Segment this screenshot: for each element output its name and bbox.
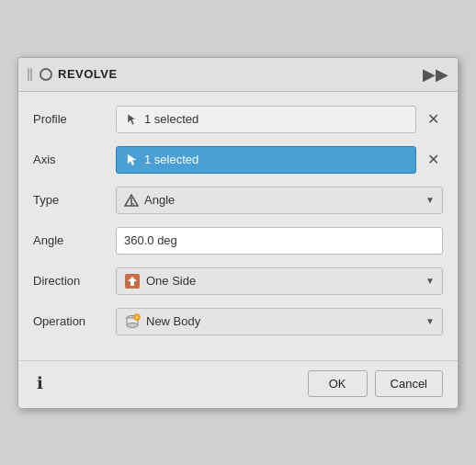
svg-text:+: + — [136, 313, 139, 319]
profile-control: 1 selected ✕ — [116, 106, 443, 133]
angle-control — [116, 227, 443, 255]
type-control: Angle ▼ — [116, 187, 443, 214]
angle-label: Angle — [33, 233, 116, 247]
cursor-active-icon — [126, 153, 139, 166]
revolve-dialog: REVOLVE ▶▶ Profile 1 selected ✕ Axis — [17, 57, 459, 409]
direction-value: One Side — [146, 274, 196, 288]
pin-icon[interactable]: ▶▶ — [423, 64, 448, 85]
dialog-title: REVOLVE — [58, 67, 118, 81]
dialog-body: Profile 1 selected ✕ Axis 1 sele — [18, 92, 458, 357]
direction-row: Direction One Side ▼ — [33, 265, 443, 298]
direction-dropdown-button[interactable]: One Side ▼ — [116, 267, 443, 295]
axis-control: 1 selected ✕ — [116, 146, 443, 174]
axis-row: Axis 1 selected ✕ — [33, 143, 443, 176]
angle-input[interactable] — [116, 227, 443, 255]
operation-dropdown-button[interactable]: + New Body ▼ — [116, 308, 443, 335]
cursor-icon — [126, 113, 139, 126]
profile-value: 1 selected — [144, 112, 198, 126]
type-dropdown-button[interactable]: Angle ▼ — [116, 187, 443, 214]
type-dropdown-arrow: ▼ — [425, 195, 435, 205]
cancel-button[interactable]: Cancel — [375, 370, 443, 397]
axis-value: 1 selected — [144, 153, 198, 166]
profile-selection-button[interactable]: 1 selected — [116, 106, 416, 133]
operation-row: Operation + New Body ▼ — [33, 305, 443, 338]
profile-row: Profile 1 selected ✕ — [33, 103, 443, 136]
angle-icon — [124, 193, 139, 208]
type-label: Type — [33, 193, 116, 207]
drag-handle — [28, 68, 32, 81]
type-value: Angle — [144, 193, 175, 207]
revolve-icon — [40, 68, 52, 81]
title-bar-left: REVOLVE — [28, 67, 118, 81]
axis-label: Axis — [33, 153, 116, 166]
operation-dropdown-left: + New Body — [124, 313, 200, 330]
type-dropdown-left: Angle — [124, 193, 175, 208]
operation-icon: + — [124, 313, 141, 330]
title-bar: REVOLVE ▶▶ — [18, 58, 458, 92]
direction-dropdown-arrow: ▼ — [425, 276, 435, 286]
ok-button[interactable]: OK — [308, 370, 368, 397]
direction-icon — [124, 273, 141, 289]
operation-label: Operation — [33, 314, 116, 328]
dialog-footer: ℹ OK Cancel — [18, 360, 458, 408]
operation-control: + New Body ▼ — [116, 308, 443, 335]
direction-control: One Side ▼ — [116, 267, 443, 295]
operation-value: New Body — [146, 314, 200, 328]
profile-label: Profile — [33, 112, 116, 126]
direction-label: Direction — [33, 274, 116, 288]
type-row: Type Angle ▼ — [33, 184, 443, 217]
axis-clear-button[interactable]: ✕ — [424, 151, 443, 169]
direction-dropdown-left: One Side — [124, 273, 196, 289]
footer-buttons: OK Cancel — [308, 370, 443, 397]
info-button[interactable]: ℹ — [33, 371, 47, 395]
angle-row: Angle — [33, 224, 443, 257]
operation-dropdown-arrow: ▼ — [425, 316, 435, 326]
axis-selection-button[interactable]: 1 selected — [116, 146, 416, 174]
svg-point-6 — [127, 323, 138, 327]
profile-clear-button[interactable]: ✕ — [424, 110, 443, 129]
